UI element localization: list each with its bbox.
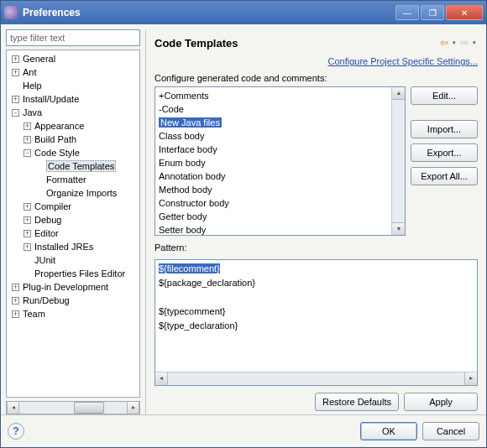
exportall-button[interactable]: Export All... <box>411 167 478 185</box>
titlebar[interactable]: Preferences ― ❐ ✕ <box>1 1 486 24</box>
scroll-right-icon[interactable]: ▸ <box>464 372 477 385</box>
client-area: +General +Ant Help +Install/Update -Java… <box>1 24 486 447</box>
nav-hscrollbar[interactable]: ◂ ▸ <box>6 401 140 414</box>
template-annotationbody[interactable]: Annotation body <box>159 171 226 181</box>
project-settings-link[interactable]: Configure Project Specific Settings... <box>154 56 478 66</box>
pattern-label: Pattern: <box>154 242 478 253</box>
tree-item-codetemplates[interactable]: Code Templates <box>46 160 116 172</box>
pattern-hscrollbar[interactable]: ◂ ▸ <box>155 372 477 385</box>
tree-item-appearance[interactable]: Appearance <box>34 121 84 131</box>
window-title: Preferences <box>23 7 395 18</box>
tree-item-installedjres[interactable]: Installed JREs <box>34 242 93 252</box>
tree-item-debug[interactable]: Debug <box>34 215 61 225</box>
scroll-thumb[interactable] <box>74 402 104 414</box>
scroll-right-icon[interactable]: ▸ <box>127 402 139 414</box>
filter-input[interactable] <box>6 29 140 46</box>
pattern-line-2: ${package_declaration} <box>159 278 255 288</box>
footer: ? OK Cancel <box>1 414 486 447</box>
tree-item-java[interactable]: Java <box>23 107 42 117</box>
tree-item-plugindev[interactable]: Plug-in Development <box>23 282 108 292</box>
maximize-button[interactable]: ❐ <box>421 5 444 20</box>
app-icon <box>4 6 18 19</box>
expand-icon[interactable]: + <box>24 216 31 224</box>
collapse-icon[interactable]: - <box>24 149 31 157</box>
tree-item-install[interactable]: Install/Update <box>23 94 79 104</box>
close-button[interactable]: ✕ <box>446 5 483 20</box>
configure-label: Configure generated code and comments: <box>154 73 478 83</box>
tree-item-propfiles[interactable]: Properties Files Editor <box>34 268 125 279</box>
template-tree[interactable]: +Comments -Code New Java files Class bod… <box>154 86 406 236</box>
tree-item-codestyle[interactable]: Code Style <box>34 148 80 158</box>
pattern-line-4: ${typecomment} <box>159 306 226 316</box>
template-setterbody[interactable]: Setter body <box>159 225 206 235</box>
pattern-line-1: ${filecomment} <box>159 263 220 273</box>
tree-item-editor[interactable]: Editor <box>34 228 59 238</box>
minimize-button[interactable]: ― <box>395 5 419 20</box>
template-vscrollbar[interactable]: ▴ ▾ <box>391 87 405 235</box>
tree-item-organize[interactable]: Organize Imports <box>46 188 117 198</box>
tree-item-junit[interactable]: JUnit <box>34 255 55 265</box>
scroll-up-icon[interactable]: ▴ <box>392 87 405 100</box>
expand-icon[interactable]: + <box>24 136 31 143</box>
template-methodbody[interactable]: Method body <box>159 185 212 195</box>
tree-item-rundebug[interactable]: Run/Debug <box>23 295 70 305</box>
cancel-button[interactable]: Cancel <box>422 422 479 440</box>
expand-icon[interactable]: + <box>12 297 19 305</box>
expand-icon[interactable]: + <box>24 230 31 237</box>
help-icon[interactable]: ? <box>8 423 24 440</box>
tree-item-team[interactable]: Team <box>23 309 45 319</box>
collapse-icon[interactable]: - <box>12 109 19 117</box>
template-comments[interactable]: Comments <box>164 91 208 101</box>
apply-button[interactable]: Apply <box>404 393 478 411</box>
template-code[interactable]: Code <box>162 104 184 114</box>
expand-icon[interactable]: + <box>12 310 19 318</box>
expand-icon[interactable]: + <box>24 122 31 130</box>
scroll-left-icon[interactable]: ◂ <box>155 372 168 385</box>
tree-item-ant[interactable]: Ant <box>23 67 37 77</box>
expand-icon[interactable]: + <box>12 284 19 291</box>
restore-defaults-button[interactable]: Restore Defaults <box>315 393 399 411</box>
template-newjava[interactable]: New Java files <box>159 117 222 128</box>
forward-menu-icon[interactable]: ▾ <box>473 39 476 46</box>
template-getterbody[interactable]: Getter body <box>159 211 207 221</box>
import-button[interactable]: Import... <box>411 120 478 138</box>
ok-button[interactable]: OK <box>360 422 417 440</box>
template-constructorbody[interactable]: Constructor body <box>159 198 229 208</box>
tree-item-help[interactable]: Help <box>23 81 42 91</box>
template-enumbody[interactable]: Enum body <box>159 158 206 168</box>
scroll-left-icon[interactable]: ◂ <box>7 402 19 414</box>
tree-item-buildpath[interactable]: Build Path <box>34 134 76 144</box>
content-pane: Code Templates ⇦ ▾ ⇨ ▾ Configure Project… <box>145 29 481 414</box>
expand-icon[interactable]: + <box>12 69 19 76</box>
pattern-line-5: ${type_declaration} <box>159 320 238 331</box>
back-arrow-icon[interactable]: ⇦ <box>440 37 448 49</box>
nav-column: +General +Ant Help +Install/Update -Java… <box>6 29 140 414</box>
edit-button[interactable]: Edit... <box>411 86 478 105</box>
tree-item-formatter[interactable]: Formatter <box>46 175 86 185</box>
expand-icon[interactable]: + <box>24 203 31 211</box>
expand-icon[interactable]: + <box>24 243 31 251</box>
scroll-down-icon[interactable]: ▾ <box>392 222 405 235</box>
tree-item-general[interactable]: General <box>23 54 55 64</box>
pattern-textarea[interactable]: ${filecomment} ${package_declaration} ${… <box>154 259 478 386</box>
preferences-window: Preferences ― ❐ ✕ +General +Ant Help +In… <box>0 0 487 448</box>
template-classbody[interactable]: Class body <box>159 131 204 141</box>
forward-arrow-icon: ⇨ <box>460 37 469 49</box>
export-button[interactable]: Export... <box>411 143 478 162</box>
back-menu-icon[interactable]: ▾ <box>453 39 456 46</box>
expand-icon[interactable]: + <box>12 96 19 103</box>
expand-icon[interactable]: + <box>12 55 19 63</box>
page-title: Code Templates <box>154 37 437 49</box>
category-tree[interactable]: +General +Ant Help +Install/Update -Java… <box>6 49 140 398</box>
tree-item-compiler[interactable]: Compiler <box>34 201 71 211</box>
template-interfacebody[interactable]: Interface body <box>159 144 217 154</box>
